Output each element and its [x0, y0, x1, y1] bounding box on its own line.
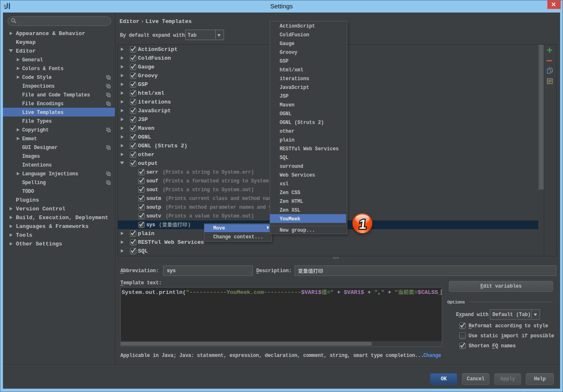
- svg-text:1: 1: [358, 217, 367, 232]
